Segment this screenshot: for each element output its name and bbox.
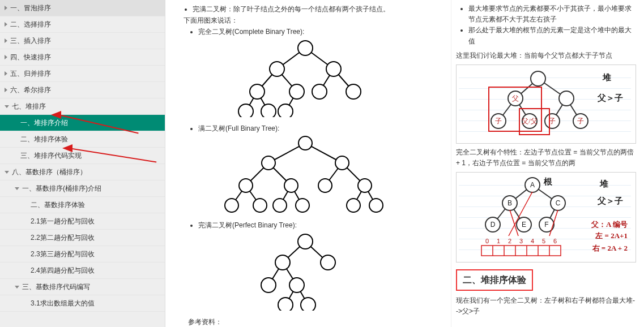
sidebar-item-label: 二、基数排序体验 xyxy=(31,200,85,210)
sidebar: 一、冒泡排序二、选择排序三、插入排序四、快速排序五、归并排序六、希尔排序七、堆排… xyxy=(0,0,165,327)
svg-point-18 xyxy=(278,104,293,117)
caret-right-icon xyxy=(5,22,7,27)
svg-text:C: C xyxy=(556,199,561,207)
intro-bullet: 完满二叉树：除了叶子结点之外的每一个结点都有两个孩子结点。 xyxy=(193,4,434,14)
article-middle: 完满二叉树：除了叶子结点之外的每一个结点都有两个孩子结点。 下面用图来说话： 完… xyxy=(165,0,451,327)
section-heading-experience: 二、堆排序体验 xyxy=(456,269,533,291)
svg-point-15 xyxy=(346,84,361,99)
sidebar-item[interactable]: 2.1第一趟分配与回收 xyxy=(0,213,165,230)
nb2-rule: 父＞子 xyxy=(598,194,623,208)
sidebar-item-label: 三、堆排序代码实现 xyxy=(20,151,82,161)
svg-point-54 xyxy=(289,278,304,292)
sidebar-item[interactable]: 一、冒泡排序 xyxy=(0,0,165,16)
sidebar-item-label: 一、冒泡排序 xyxy=(10,3,51,13)
nb1-heap: 堆 xyxy=(603,71,611,84)
sidebar-item-label: 2.3第三趟分配与回收 xyxy=(31,249,95,259)
svg-point-55 xyxy=(278,298,293,311)
svg-point-42 xyxy=(347,199,360,212)
nb2-side3: 右 = 2A + 2 xyxy=(592,243,628,255)
sidebar-item[interactable]: 八、基数排序（桶排序） xyxy=(0,164,165,180)
nb2-root-note: 根 xyxy=(544,175,552,188)
heap-diagram-2: ABC DEF 012 3456 根 堆 父＞子 父：A 编号 左 xyxy=(456,172,636,263)
sidebar-item-label: 六、希尔排序 xyxy=(10,85,51,95)
caret-down-icon xyxy=(5,171,9,174)
svg-rect-92 xyxy=(481,246,561,256)
tree2-label: 满二叉树(Full Binary Tree): xyxy=(198,123,434,134)
svg-text:B: B xyxy=(507,199,512,207)
svg-point-9 xyxy=(298,41,313,55)
svg-point-41 xyxy=(296,199,309,212)
caret-right-icon xyxy=(5,6,7,10)
sidebar-item-label: 3.1求出数组最大的值 xyxy=(31,299,95,308)
tree3-label: 完满二叉树(Perfect Binary Tree): xyxy=(198,220,434,230)
svg-point-39 xyxy=(253,199,267,212)
sidebar-item[interactable]: 三、基数排序代码编写 xyxy=(0,279,165,295)
sidebar-item[interactable]: 三、插入排序 xyxy=(0,33,165,49)
tree1-label: 完全二叉树(Complete Binary Tree): xyxy=(198,27,434,37)
nb1-rule: 父＞子 xyxy=(598,91,623,105)
svg-point-14 xyxy=(312,84,327,99)
sidebar-item[interactable]: 二、选择排序 xyxy=(0,16,165,33)
sidebar-item[interactable]: 三、堆排序代码实现 xyxy=(0,148,165,164)
right-line2: 完全二叉树有个特性：左边子节点位置 = 当前父节点的两倍 + 1，右边子节点位置… xyxy=(456,147,636,169)
caption-below: 下面用图来说话： xyxy=(184,15,434,25)
caret-right-icon xyxy=(5,38,7,43)
svg-point-63 xyxy=(531,71,545,86)
svg-point-33 xyxy=(335,156,349,170)
svg-text:3: 3 xyxy=(519,238,523,244)
sidebar-item[interactable]: 二、基数排序体验 xyxy=(0,197,165,213)
sidebar-item-label: 四、快速排序 xyxy=(10,53,51,62)
sidebar-item[interactable]: 3.1求出数组最大的值 xyxy=(0,295,165,312)
svg-point-43 xyxy=(369,199,383,212)
sidebar-item-label: 一、堆排序介绍 xyxy=(20,118,68,128)
tree-diagram-perfect xyxy=(237,231,373,311)
tree-diagram-full xyxy=(209,135,402,214)
sidebar-item[interactable]: 四、快速排序 xyxy=(0,49,165,66)
svg-point-35 xyxy=(284,179,298,192)
sidebar-item-label: 2.1第一趟分配与回收 xyxy=(31,217,95,226)
svg-point-13 xyxy=(289,84,304,99)
right-line1: 这里我们讨论最大堆：当前每个父节点都大于子节点 xyxy=(456,50,636,61)
svg-text:0: 0 xyxy=(485,238,489,244)
article-right: 最大堆要求节点的元素都要不小于其孩子，最小堆要求节点元素都不大于其左右孩子 那么… xyxy=(451,0,644,327)
svg-point-56 xyxy=(301,298,315,311)
sidebar-item[interactable]: 六、希尔排序 xyxy=(0,82,165,98)
sidebar-item-label: 二、堆排序体验 xyxy=(20,135,68,144)
sidebar-item[interactable]: 2.2第二趟分配与回收 xyxy=(0,230,165,246)
sidebar-item[interactable]: 二、堆排序体验 xyxy=(0,131,165,148)
svg-point-32 xyxy=(262,156,275,170)
full-binary-tree-figure xyxy=(177,135,434,217)
sidebar-item[interactable]: 2.4第四趟分配与回收 xyxy=(0,263,165,279)
nb2-side1: 父：A 编号 xyxy=(591,219,628,231)
sidebar-item[interactable]: 七、堆排序 xyxy=(0,98,165,115)
sidebar-item-label: 2.2第二趟分配与回收 xyxy=(31,233,95,243)
svg-point-11 xyxy=(326,62,341,76)
svg-point-50 xyxy=(298,234,313,249)
svg-text:子: 子 xyxy=(577,117,584,125)
section-heading-text: 二、堆排序体验 xyxy=(463,275,526,285)
svg-point-65 xyxy=(559,91,574,106)
sidebar-item[interactable]: 一、基数排序(桶排序)介绍 xyxy=(0,180,165,197)
svg-point-12 xyxy=(250,84,265,99)
svg-text:2: 2 xyxy=(508,238,511,244)
svg-text:D: D xyxy=(491,221,496,229)
sidebar-item-label: 二、选择排序 xyxy=(10,20,51,29)
nav-list: 一、冒泡排序二、选择排序三、插入排序四、快速排序五、归并排序六、希尔排序七、堆排… xyxy=(0,0,165,312)
svg-text:5: 5 xyxy=(542,238,545,244)
svg-point-16 xyxy=(238,104,253,117)
sidebar-item-label: 三、插入排序 xyxy=(10,36,51,46)
right-bullet-1: 最大堆要求节点的元素都要不小于其孩子，最小堆要求节点元素都不大于其左右孩子 xyxy=(468,3,636,25)
nb2-side2: 左 = 2A+1 xyxy=(595,230,628,242)
svg-text:6: 6 xyxy=(553,238,557,244)
svg-point-38 xyxy=(225,199,238,212)
svg-point-17 xyxy=(261,104,276,117)
svg-point-36 xyxy=(318,179,332,192)
svg-text:4: 4 xyxy=(531,238,534,244)
svg-point-10 xyxy=(270,62,284,76)
sidebar-item[interactable]: 五、归并排序 xyxy=(0,66,165,82)
tree-diagram-complete xyxy=(220,38,390,117)
sidebar-item-label: 一、基数排序(桶排序)介绍 xyxy=(22,184,101,193)
svg-point-40 xyxy=(273,199,287,212)
sidebar-item[interactable]: 一、堆排序介绍 xyxy=(0,115,165,131)
sidebar-item[interactable]: 2.3第三趟分配与回收 xyxy=(0,246,165,263)
